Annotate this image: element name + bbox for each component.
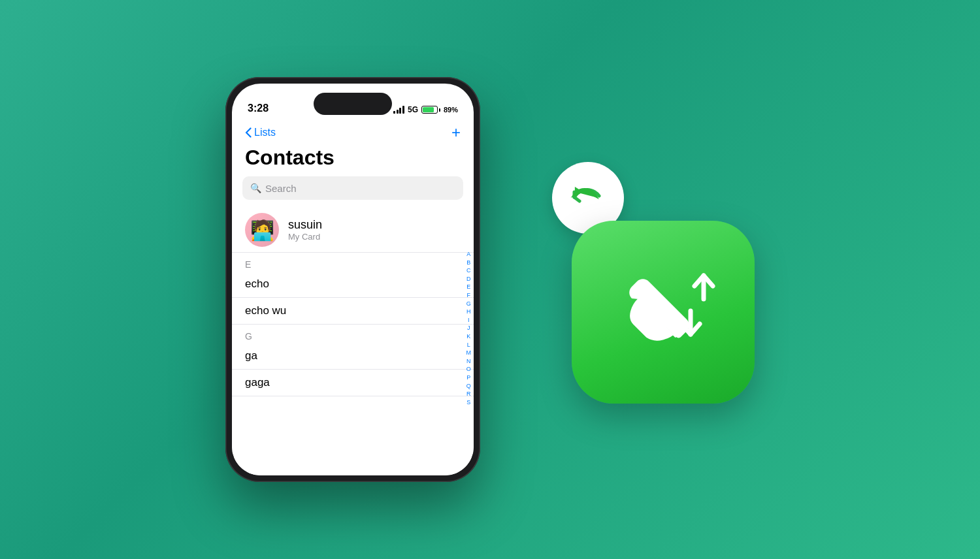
reply-icon-svg (568, 178, 608, 218)
alpha-c[interactable]: C (466, 266, 471, 275)
my-card-label: My Card (288, 232, 322, 242)
alpha-p[interactable]: P (466, 374, 470, 382)
app-icon-area (546, 155, 755, 404)
alpha-i[interactable]: I (468, 316, 470, 325)
back-button[interactable]: Lists (245, 127, 276, 138)
alpha-k[interactable]: K (466, 332, 470, 341)
alpha-e[interactable]: E (466, 283, 470, 291)
avatar-emoji: 🧑‍💻 (250, 219, 274, 242)
chevron-left-icon (245, 127, 252, 138)
section-header-e: E (232, 253, 474, 271)
scene: 3:28 5G 89% (0, 0, 980, 559)
battery-body (421, 106, 438, 114)
alphabet-index[interactable]: A B C D E F G H I J K L M N O (466, 250, 472, 406)
avatar: 🧑‍💻 (245, 213, 279, 247)
battery-tip (439, 108, 440, 112)
battery-fill (423, 107, 434, 112)
dynamic-island (314, 93, 392, 115)
battery-indicator (421, 106, 440, 114)
nav-bar: Lists + (232, 120, 474, 143)
alpha-o[interactable]: O (466, 365, 471, 374)
alpha-f[interactable]: F (467, 291, 471, 300)
battery-percent-label: 89% (444, 106, 458, 114)
search-bar[interactable]: 🔍 Search (242, 176, 463, 200)
alpha-n[interactable]: N (466, 357, 471, 366)
section-header-g: G (232, 325, 474, 343)
search-placeholder-label: Search (265, 183, 297, 194)
alpha-d[interactable]: D (466, 275, 471, 283)
phone-screen: 3:28 5G 89% (232, 84, 474, 475)
alpha-q[interactable]: Q (466, 382, 471, 391)
search-icon: 🔍 (250, 183, 261, 193)
my-card-info: susuin My Card (288, 218, 322, 242)
network-type-label: 5G (408, 105, 418, 114)
contact-row-echo[interactable]: echo (232, 271, 474, 298)
my-card-name: susuin (288, 218, 322, 232)
phone-mockup: 3:28 5G 89% (225, 77, 480, 482)
contacts-screen: Lists + Contacts 🔍 Search 🧑‍💻 (232, 120, 474, 475)
contact-row-gaga[interactable]: gaga (232, 370, 474, 396)
contact-row-echo-wu[interactable]: echo wu (232, 298, 474, 325)
alpha-b[interactable]: B (466, 259, 470, 267)
phone-sync-icon (598, 247, 728, 377)
alpha-a[interactable]: A (466, 250, 470, 259)
alpha-h[interactable]: H (466, 308, 471, 316)
alpha-s[interactable]: S (466, 398, 470, 407)
alpha-r[interactable]: R (466, 390, 471, 398)
alpha-j[interactable]: J (467, 324, 470, 332)
status-icons: 5G 89% (393, 105, 458, 114)
back-label: Lists (254, 127, 276, 138)
alpha-l[interactable]: L (467, 341, 470, 349)
page-title: Contacts (232, 143, 474, 176)
phone-frame: 3:28 5G 89% (225, 77, 480, 482)
alpha-m[interactable]: M (466, 349, 472, 357)
status-time: 3:28 (248, 103, 269, 114)
my-card-row[interactable]: 🧑‍💻 susuin My Card (232, 208, 474, 253)
contact-row-ga[interactable]: ga (232, 343, 474, 370)
signal-bars-icon (393, 106, 404, 114)
add-contact-button[interactable]: + (451, 125, 461, 140)
app-icon (572, 221, 755, 404)
alpha-g[interactable]: G (466, 300, 471, 308)
